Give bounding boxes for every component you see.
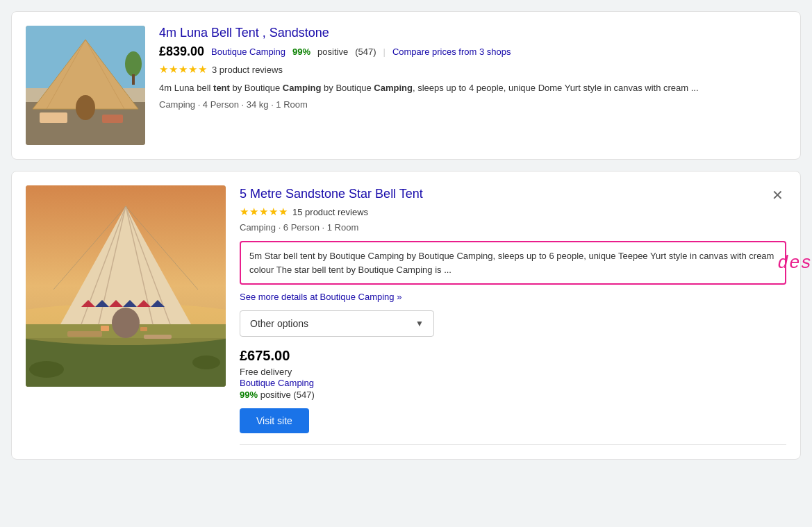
review-count-1: (547) <box>355 47 376 57</box>
reviews-text-2: 15 product reviews <box>292 207 368 217</box>
product-card-2: ✕ 5 Metre Sandstone Star Bell Tent ★★★★★… <box>11 171 801 460</box>
svg-point-5 <box>76 95 95 120</box>
meta-2: Camping · 6 Person · 1 Room <box>240 222 786 233</box>
other-options-label: Other options <box>250 318 308 329</box>
meta-1: Camping · 4 Person · 34 kg · 1 Room <box>159 99 786 110</box>
results-container: 4m Luna Bell Tent , Sandstone £839.00 Bo… <box>11 11 801 460</box>
other-options-dropdown[interactable]: Other options ▼ <box>240 310 434 337</box>
compare-link-1[interactable]: Compare prices from 3 shops <box>392 47 511 57</box>
positive-percent-1: 99% <box>292 47 310 57</box>
review-count-2: (547) <box>293 390 314 400</box>
close-button[interactable]: ✕ <box>769 185 786 205</box>
svg-rect-9 <box>102 115 123 123</box>
seller-name-1[interactable]: Boutique Camping <box>211 47 285 57</box>
divider-1: | <box>383 47 386 57</box>
product-image-2 <box>26 185 226 387</box>
description-wrapper: 5m Star bell tent by Boutique Camping by… <box>240 241 786 285</box>
product-card-1: 4m Luna Bell Tent , Sandstone £839.00 Bo… <box>11 11 801 160</box>
svg-point-32 <box>29 361 64 378</box>
positive-label-1: positive <box>317 47 348 57</box>
stars-1: ★★★★★ <box>159 63 208 76</box>
positive-percent-2: 99% <box>240 390 258 400</box>
price-1: £839.00 <box>159 44 204 59</box>
description-1: 4m Luna bell tent by Boutique Camping by… <box>159 81 786 95</box>
svg-rect-8 <box>40 112 67 123</box>
visit-site-button[interactable]: Visit site <box>240 408 309 433</box>
see-more-link[interactable]: See more details at Boutique Camping » <box>240 292 401 302</box>
description-box-2: 5m Star bell tent by Boutique Camping by… <box>240 241 786 285</box>
bottom-divider <box>240 444 786 445</box>
svg-rect-31 <box>144 335 172 339</box>
svg-rect-34 <box>101 326 109 331</box>
price-row-1: £839.00 Boutique Camping 99% positive (5… <box>159 44 786 59</box>
positive-row-2: 99% positive (547) <box>240 390 786 400</box>
svg-rect-35 <box>140 327 147 331</box>
svg-point-10 <box>125 51 142 76</box>
delivery-2: Free delivery <box>240 367 786 377</box>
svg-rect-30 <box>67 331 102 337</box>
positive-label-2: positive <box>260 390 294 400</box>
reviews-text-1: 3 product reviews <box>212 65 283 75</box>
svg-point-27 <box>112 308 140 338</box>
svg-point-33 <box>192 355 220 369</box>
dropdown-arrow-icon: ▼ <box>415 319 424 328</box>
stars-row-2: ★★★★★ 15 product reviews <box>240 206 786 218</box>
seller-name-2[interactable]: Boutique Camping <box>240 378 314 388</box>
product-image-1 <box>26 26 145 145</box>
product-title-1[interactable]: 4m Luna Bell Tent , Sandstone <box>159 26 329 40</box>
description-text-2: 5m Star bell tent by Boutique Camping by… <box>249 251 774 275</box>
card1-content: 4m Luna Bell Tent , Sandstone £839.00 Bo… <box>159 26 786 110</box>
stars-row-1: ★★★★★ 3 product reviews <box>159 63 786 76</box>
product-title-2[interactable]: 5 Metre Sandstone Star Bell Tent <box>240 187 423 201</box>
stars-2: ★★★★★ <box>240 206 288 218</box>
svg-rect-11 <box>132 74 135 85</box>
card2-content: ✕ 5 Metre Sandstone Star Bell Tent ★★★★★… <box>240 185 786 445</box>
price-2: £675.00 <box>240 348 786 364</box>
